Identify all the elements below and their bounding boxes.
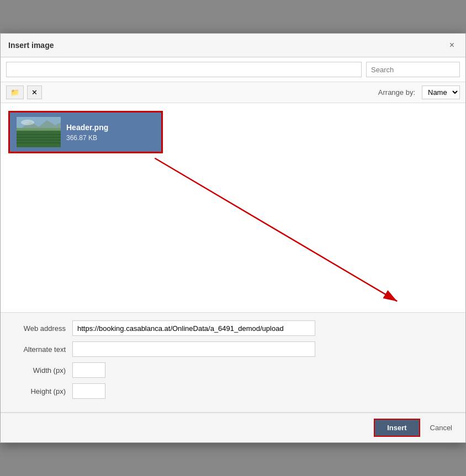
width-label: Width (px) xyxy=(12,366,72,375)
toolbar: 📁 ✕ Arrange by: Name Date Size xyxy=(1,82,465,103)
alternate-text-row: Alternate text xyxy=(12,341,454,357)
width-input[interactable] xyxy=(72,362,105,378)
web-address-label: Web address xyxy=(12,324,72,333)
dialog-title: Insert image xyxy=(8,41,54,50)
fields-section: Web address Alternate text Width (px) He… xyxy=(1,313,465,413)
file-info: Header.png 366.87 KB xyxy=(66,123,108,142)
width-row: Width (px) xyxy=(12,362,454,378)
search-box: 🔍 xyxy=(366,62,460,77)
alternate-text-input[interactable] xyxy=(72,341,315,357)
file-size: 366.87 KB xyxy=(66,134,108,142)
dialog-titlebar: Insert image × xyxy=(1,34,465,57)
web-address-row: Web address xyxy=(12,320,454,336)
file-name: Header.png xyxy=(66,123,108,132)
file-browser: Header.png 366.87 KB xyxy=(1,103,465,313)
file-thumbnail xyxy=(17,117,61,147)
web-address-input[interactable] xyxy=(72,320,315,336)
height-label: Height (px) xyxy=(12,387,72,395)
dialog-footer: Insert Cancel xyxy=(1,413,465,442)
insert-button[interactable]: Insert xyxy=(374,419,420,437)
clear-button[interactable]: ✕ xyxy=(27,85,42,99)
close-button[interactable]: × xyxy=(446,39,458,51)
close-icon: ✕ xyxy=(31,88,38,97)
cancel-button[interactable]: Cancel xyxy=(425,420,458,436)
url-input[interactable] xyxy=(6,62,362,77)
arrange-select[interactable]: Name Date Size xyxy=(422,85,460,99)
height-input[interactable] xyxy=(72,383,105,399)
search-input[interactable] xyxy=(367,62,466,77)
alternate-text-label: Alternate text xyxy=(12,345,72,354)
file-item[interactable]: Header.png 366.87 KB xyxy=(8,111,163,153)
folder-icon: 📁 xyxy=(10,88,19,97)
svg-rect-3 xyxy=(17,131,61,147)
svg-point-9 xyxy=(21,120,34,125)
height-row: Height (px) xyxy=(12,383,454,399)
insert-image-dialog: Insert image × 🔍 📁 ✕ Arrange by: Name Da… xyxy=(0,33,466,443)
arrange-label: Arrange by: xyxy=(378,88,415,97)
folder-button[interactable]: 📁 xyxy=(6,85,24,99)
svg-line-11 xyxy=(155,158,397,301)
top-bar: 🔍 xyxy=(1,57,465,82)
